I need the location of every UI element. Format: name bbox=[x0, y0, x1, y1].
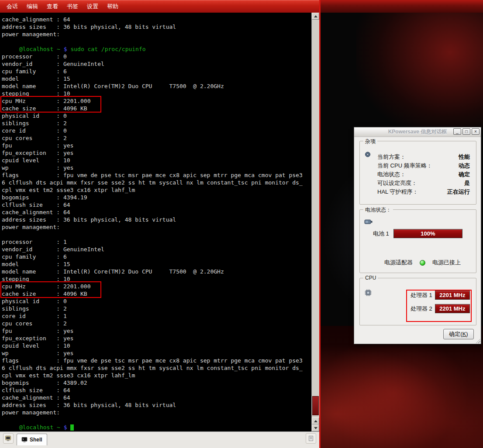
terminal-line: fpu_exception : yes bbox=[2, 149, 311, 157]
terminal-line: power management: bbox=[2, 409, 311, 416]
ok-label: 确定( bbox=[449, 331, 462, 337]
ok-button[interactable]: 确定(K) bbox=[443, 329, 474, 339]
tab-label: Shell bbox=[30, 437, 42, 443]
terminal-line: cpu family : 6 bbox=[2, 253, 311, 260]
battery-row: 电池 1 100% bbox=[373, 229, 462, 238]
terminal-line: cache_alignment : 64 bbox=[2, 209, 311, 216]
resize-grip[interactable] bbox=[475, 338, 480, 343]
terminal-line: 6 clflush dts acpi mmx fxsr sse sse2 ss … bbox=[2, 179, 311, 186]
terminal-line: wp : yes bbox=[2, 164, 311, 171]
cpu-frequency-meter: 2201 MHz bbox=[435, 304, 470, 313]
processor-label: 处理器 2 bbox=[411, 305, 432, 313]
menu-item-6[interactable]: 帮助 bbox=[103, 1, 122, 12]
terminal-line: cpu cores : 2 bbox=[2, 320, 311, 327]
redacted-username bbox=[2, 424, 19, 429]
cpu-group-label: CPU bbox=[363, 275, 378, 281]
terminal-line: cpu MHz : 2201.000 bbox=[2, 97, 311, 105]
info-label: 可以设定亮度： bbox=[377, 179, 417, 187]
terminal-line: processor : 1 bbox=[2, 238, 311, 246]
kpowersave-dialog: KPowersave 信息对话框 _ □ × 杂项 当前方案：性能当前 CPU … bbox=[354, 127, 481, 344]
tab-shell[interactable]: Shell bbox=[17, 434, 47, 445]
info-value: 动态 bbox=[459, 162, 470, 170]
terminal-line: vendor_id : GenuineIntel bbox=[2, 60, 311, 68]
menu-bar: 会话编辑查看书签设置帮助 bbox=[0, 0, 319, 13]
battery-icon bbox=[364, 219, 373, 226]
terminal-line: model name : Intel(R) Core(TM)2 Duo CPU … bbox=[2, 82, 311, 90]
session-list-button[interactable] bbox=[306, 433, 316, 444]
menu-item-4[interactable]: 书签 bbox=[63, 1, 82, 12]
prompt-line: @localhost ~ $ sudo cat /proc/cpuinfo bbox=[2, 45, 311, 53]
cpu-group: CPU 处理器 12201 MHz处理器 22201 MHz bbox=[359, 278, 476, 325]
terminal-line: cpu cores : 2 bbox=[2, 134, 311, 142]
redacted-username bbox=[2, 46, 19, 51]
info-value: 确定 bbox=[459, 171, 470, 178]
menu-item-2[interactable]: 编辑 bbox=[23, 1, 42, 12]
terminal-line: clflush size : 64 bbox=[2, 201, 311, 209]
terminal-line: physical id : 0 bbox=[2, 112, 311, 120]
typed-command: sudo cat /proc/cpuinfo bbox=[70, 46, 145, 52]
info-row: 电池状态：确定 bbox=[377, 170, 470, 179]
terminal-line: fpu : yes bbox=[2, 327, 311, 335]
terminal-line: cpl vmx est tm2 ssse3 cx16 xtpr lahf_lm bbox=[2, 372, 311, 379]
terminal-line: power management: bbox=[2, 31, 311, 38]
terminal-line: address sizes : 36 bits physical, 48 bit… bbox=[2, 401, 311, 409]
terminal-line bbox=[2, 38, 311, 45]
background-photo-shape bbox=[356, 8, 483, 134]
scroll-up-button[interactable] bbox=[312, 13, 319, 20]
dialog-titlebar[interactable]: KPowersave 信息对话框 _ □ × bbox=[354, 127, 481, 137]
tab-bar: Shell bbox=[0, 431, 319, 445]
cpu-row-1: 处理器 12201 MHz bbox=[411, 291, 470, 300]
close-button[interactable]: × bbox=[472, 128, 480, 135]
new-session-button[interactable] bbox=[3, 433, 14, 444]
terminal-output[interactable]: cache_alignment : 64address sizes : 36 b… bbox=[0, 13, 311, 431]
terminal-line: core id : 1 bbox=[2, 312, 311, 320]
session-list-icon bbox=[308, 435, 314, 441]
info-row: 当前方案：性能 bbox=[377, 153, 470, 161]
misc-group: 杂项 当前方案：性能当前 CPU 频率策略：动态电池状态：确定可以设定亮度：是H… bbox=[359, 141, 476, 205]
scroll-down-button[interactable] bbox=[312, 424, 319, 431]
info-value: 性能 bbox=[459, 153, 470, 161]
menu-item-3[interactable]: 查看 bbox=[43, 1, 62, 12]
dialog-title: KPowersave 信息对话框 bbox=[388, 128, 447, 136]
terminal-line: cache size : 4096 KB bbox=[2, 105, 311, 112]
scroll-up-button-bottom[interactable] bbox=[312, 417, 319, 424]
terminal-line: power management: bbox=[2, 223, 311, 231]
terminal-line: fpu : yes bbox=[2, 142, 311, 149]
arrow-up-icon bbox=[314, 15, 317, 17]
terminal-line: flags : fpu vme de pse tsc msr pae mce c… bbox=[2, 357, 311, 364]
red-separator-line bbox=[319, 0, 321, 448]
menu-item-5[interactable]: 设置 bbox=[83, 1, 102, 12]
cpu-row-2: 处理器 22201 MHz bbox=[411, 304, 470, 313]
new-session-icon bbox=[5, 435, 12, 442]
terminal-line: physical id : 0 bbox=[2, 298, 311, 305]
prompt-symbol: $ bbox=[64, 424, 67, 431]
power-led-icon bbox=[420, 260, 425, 266]
scrollbar-thumb[interactable] bbox=[312, 396, 319, 415]
terminal-line: cpu family : 6 bbox=[2, 68, 311, 75]
adapter-row: 电源适配器 电源已接上 bbox=[384, 259, 461, 267]
terminal-line: cache_alignment : 64 bbox=[2, 16, 311, 23]
menu-item-1[interactable]: 会话 bbox=[3, 1, 22, 12]
terminal-line: flags : fpu vme de pse tsc msr pae mce c… bbox=[2, 171, 311, 179]
misc-rows: 当前方案：性能当前 CPU 频率策略：动态电池状态：确定可以设定亮度：是HAL … bbox=[377, 153, 470, 196]
cpu-frequency-value: 2201 MHz bbox=[439, 292, 465, 298]
misc-icon bbox=[364, 151, 371, 160]
cpu-rows: 处理器 12201 MHz处理器 22201 MHz bbox=[411, 291, 470, 313]
terminal-line: bogomips : 4389.02 bbox=[2, 379, 311, 386]
terminal-line: vendor_id : GenuineIntel bbox=[2, 246, 311, 253]
misc-group-label: 杂项 bbox=[363, 138, 377, 145]
maximize-button[interactable]: □ bbox=[462, 128, 470, 135]
window-bottom-edge bbox=[0, 445, 319, 448]
info-label: HAL 守护程序： bbox=[377, 188, 418, 196]
ok-label-suffix: ) bbox=[466, 331, 468, 337]
terminal-line: siblings : 2 bbox=[2, 305, 311, 312]
terminal-line: cache size : 4096 KB bbox=[2, 290, 311, 298]
terminal-line: 6 clflush dts acpi mmx fxsr sse sse2 ss … bbox=[2, 364, 311, 372]
terminal-line: processor : 0 bbox=[2, 53, 311, 60]
minimize-button[interactable]: _ bbox=[453, 128, 461, 135]
terminal-line: model : 15 bbox=[2, 260, 311, 268]
cpu-icon bbox=[364, 289, 372, 298]
terminal-line: address sizes : 36 bits physical, 48 bit… bbox=[2, 216, 311, 223]
prompt-line: @localhost ~ $ bbox=[2, 424, 311, 431]
terminal-scrollbar[interactable] bbox=[311, 13, 319, 431]
